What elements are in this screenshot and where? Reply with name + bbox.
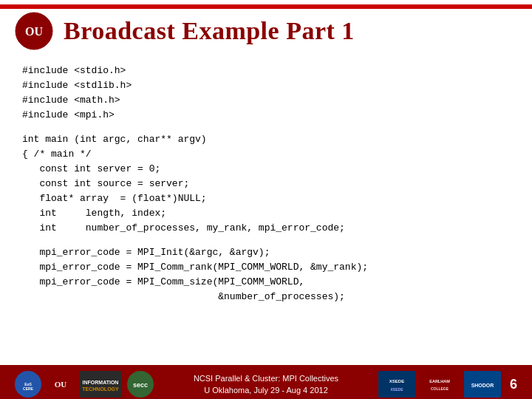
xsede-logo: XSEDE XSEDE <box>378 371 415 398</box>
svg-text:SHODOR: SHODOR <box>471 383 494 388</box>
code-mpi-init: mpi_error_code = MPI_Init(&argc, &argv);… <box>22 245 510 305</box>
svg-rect-12 <box>378 371 415 398</box>
footer: EoS CERE OU INFORMATION TECHNOLOGY <box>0 365 532 399</box>
page-number: 6 <box>510 377 517 392</box>
secc-logo: secc <box>127 371 154 398</box>
it-logo: INFORMATION TECHNOLOGY <box>80 371 121 398</box>
svg-rect-15 <box>421 371 458 398</box>
svg-text:INFORMATION: INFORMATION <box>83 380 119 385</box>
content: #include <stdio.h> #include <stdlib.h> #… <box>0 56 532 304</box>
svg-text:secc: secc <box>133 381 148 389</box>
svg-text:COLLEGE: COLLEGE <box>431 386 449 391</box>
svg-text:OU: OU <box>25 25 43 38</box>
earlham-logo: EARLHAM COLLEGE <box>421 371 458 398</box>
svg-text:XSEDE: XSEDE <box>391 387 404 392</box>
shodor-logo: SHODOR <box>464 371 501 398</box>
footer-center-text: NCSI Parallel & Cluster: MPI Collectives… <box>154 372 378 397</box>
code-includes: #include <stdio.h> #include <stdlib.h> #… <box>22 64 510 123</box>
ou-logo: OU <box>15 12 53 50</box>
ou-footer-logo: OU <box>47 371 74 398</box>
svg-text:XSEDE: XSEDE <box>389 379 404 383</box>
svg-text:OU: OU <box>55 380 67 389</box>
footer-line2: U Oklahoma, July 29 - Aug 4 2012 <box>154 384 378 397</box>
slide-title: Broadcast Example Part 1 <box>64 17 355 45</box>
slide: OU Broadcast Example Part 1 #include <st… <box>0 4 532 399</box>
code-main-func: int main (int argc, char** argv) { /* ma… <box>22 132 510 236</box>
svg-text:CERE: CERE <box>23 386 34 391</box>
eoscere-logo: EoS CERE <box>15 371 41 398</box>
svg-text:EARLHAM: EARLHAM <box>429 379 450 383</box>
top-border <box>0 4 532 9</box>
header: OU Broadcast Example Part 1 <box>0 4 532 55</box>
footer-line1: NCSI Parallel & Cluster: MPI Collectives <box>154 372 378 385</box>
footer-right-logos: XSEDE XSEDE EARLHAM COLLEGE SHODOR <box>378 371 501 398</box>
footer-left-logos: EoS CERE OU INFORMATION TECHNOLOGY <box>15 371 154 398</box>
svg-text:TECHNOLOGY: TECHNOLOGY <box>82 386 119 392</box>
